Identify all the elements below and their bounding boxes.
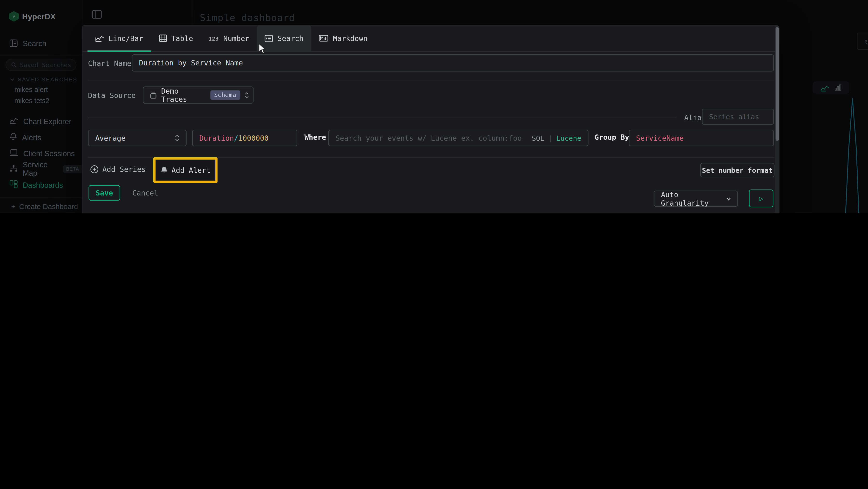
play-icon: ▷ (759, 194, 763, 202)
plus-circle-icon (90, 165, 98, 173)
chart-name-label: Chart Name (88, 59, 131, 67)
add-alert-highlight: Add Alert (153, 157, 217, 183)
tab-label: Line/Bar (108, 34, 143, 42)
select-chevrons-icon (175, 135, 179, 141)
tab-label: Table (172, 34, 193, 42)
mouse-cursor (258, 43, 267, 54)
sql-option[interactable]: SQL (532, 134, 545, 142)
add-series-button[interactable]: Add Series (90, 165, 146, 173)
data-source-label: Data Source (88, 91, 136, 100)
divider (88, 80, 774, 80)
chart-name-input[interactable]: Duration by Service Name (132, 54, 774, 71)
bell-icon (160, 166, 167, 174)
group-by-label: Group By (595, 133, 629, 141)
chart-type-tabs: Line/BarTable123NumberSearchMarkdown (83, 26, 779, 52)
granularity-select[interactable]: Auto Granularity (654, 191, 738, 207)
schema-badge: Schema (210, 90, 240, 100)
list-icon (265, 34, 273, 42)
chevron-down-icon (726, 197, 731, 200)
tab-number[interactable]: 123Number (201, 26, 257, 51)
query-language-toggle[interactable]: SQL | Lucene (532, 134, 581, 142)
tab-label: Number (223, 34, 249, 42)
run-chart-button[interactable]: ▷ (749, 190, 773, 207)
app-root: Simple dashboard 0 Tags ⋮ ↻ ▷ ⚡ HyperDX … (0, 0, 868, 213)
field-input[interactable]: Duration/1000000 (192, 130, 297, 146)
where-input[interactable]: Search your events w/ Lucene ex. column:… (328, 130, 588, 146)
alias-input[interactable]: Series alias (702, 109, 774, 125)
table-icon (159, 34, 167, 42)
group-by-input[interactable]: ServiceName (629, 130, 774, 146)
where-label: Where (305, 133, 326, 141)
data-source-select[interactable]: Demo Traces Schema (143, 86, 253, 104)
save-button[interactable]: Save (89, 185, 120, 201)
cancel-button[interactable]: Cancel (132, 189, 158, 197)
edit-chart-modal: Line/BarTable123NumberSearchMarkdown Cha… (82, 25, 779, 213)
tab-label: Search (278, 34, 304, 42)
set-number-format-button[interactable]: Set number format (700, 163, 774, 177)
field-token: / (234, 134, 238, 142)
field-token: Duration (199, 134, 234, 142)
markdown-icon (319, 35, 329, 42)
field-token: 1000000 (238, 134, 269, 142)
database-icon (150, 91, 157, 99)
tab-markdown[interactable]: Markdown (311, 26, 375, 51)
divider (88, 118, 677, 118)
active-tab-underline (88, 51, 151, 52)
tab-line-bar[interactable]: Line/Bar (88, 26, 151, 51)
tab-table[interactable]: Table (151, 26, 201, 51)
tab-label: Markdown (333, 34, 368, 42)
number-icon: 123 (209, 35, 219, 41)
add-alert-button[interactable]: Add Alert (160, 166, 211, 174)
group-by-value: ServiceName (636, 134, 684, 142)
aggregation-select[interactable]: Average (88, 130, 187, 146)
chart-line-icon (95, 34, 104, 42)
lucene-option[interactable]: Lucene (556, 134, 581, 142)
modal-scrollbar-thumb[interactable] (775, 27, 779, 141)
select-chevrons-icon (245, 92, 249, 98)
